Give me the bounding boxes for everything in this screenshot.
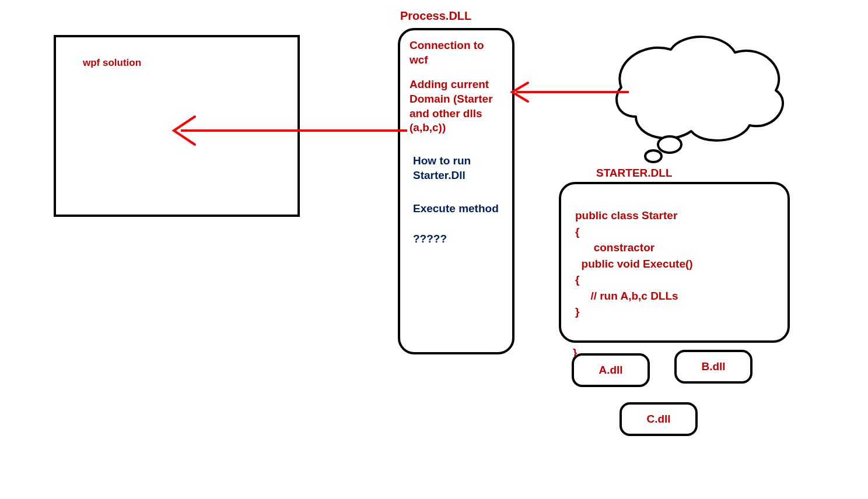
wcf-cloud-icon: [617, 37, 783, 162]
c-dll-box: C.dll: [620, 402, 698, 436]
arrow-wcf-to-process: [512, 83, 629, 101]
wpf-solution-label: wpf solution: [83, 57, 141, 69]
process-execute-method: Execute method: [413, 202, 503, 216]
c-dll-label: C.dll: [646, 413, 670, 426]
process-howto-line2: Starter.Dll: [413, 168, 503, 183]
b-dll-label: B.dll: [701, 360, 725, 373]
a-dll-box: A.dll: [572, 353, 650, 387]
b-dll-box: B.dll: [674, 350, 752, 384]
process-question-marks: ?????: [413, 232, 503, 247]
process-dll-title: Process.DLL: [400, 9, 471, 23]
process-adding-line2: Domain (Starter: [410, 92, 503, 107]
starter-code-line4: public void Execute(): [575, 256, 774, 272]
process-connection-line1: Connection to: [410, 38, 503, 53]
wcf-service-label: wcf service: [670, 79, 729, 92]
starter-code-line1: public class Starter: [575, 208, 774, 224]
starter-code-line7: }: [575, 304, 774, 320]
starter-code-line2: {: [575, 224, 774, 240]
process-dll-box: Connection to wcf Adding current Domain …: [398, 28, 514, 354]
starter-code-line5: {: [575, 272, 774, 288]
process-adding-line4: (a,b,c)): [410, 121, 503, 135]
process-howto-line1: How to run: [413, 154, 503, 168]
process-connection-line2: wcf: [410, 53, 503, 68]
starter-code-line3: constractor: [575, 240, 774, 256]
svg-point-1: [645, 150, 662, 162]
starter-dll-title: STARTER.DLL: [596, 167, 673, 180]
process-adding-line3: and other dlls: [410, 107, 503, 121]
svg-point-0: [658, 136, 681, 153]
a-dll-label: A.dll: [598, 364, 622, 377]
starter-dll-box: public class Starter { constractor publi…: [559, 182, 790, 343]
starter-code-line6: // run A,b,c DLLs: [575, 288, 774, 304]
process-adding-line1: Adding current: [410, 78, 503, 92]
